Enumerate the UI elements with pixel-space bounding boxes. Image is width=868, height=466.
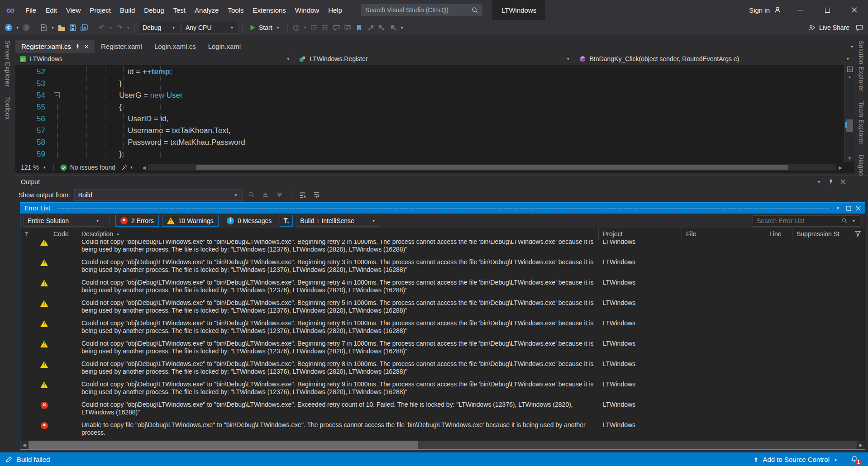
team-explorer-tab[interactable]: Team Explorer — [858, 101, 865, 144]
editor-vertical-scrollbar[interactable]: ▲ ▼ — [844, 65, 854, 162]
breakpoint-margin[interactable] — [15, 66, 22, 78]
title-drag-grip[interactable] — [58, 207, 829, 209]
code-cleanup-button[interactable] — [119, 162, 129, 173]
start-debugging-button[interactable]: Start ▾ — [246, 21, 284, 34]
vertical-scroll-thumb[interactable] — [846, 119, 853, 132]
type-dropdown[interactable]: LTWindows.Register ▾ — [295, 53, 575, 65]
messages-filter-toggle[interactable]: 0 Messages — [222, 215, 277, 227]
close-button[interactable] — [841, 0, 868, 20]
errors-filter-toggle[interactable]: 2 Errors — [115, 215, 159, 227]
live-share-button[interactable]: Live Share — [805, 24, 853, 31]
menu-build[interactable]: Build — [115, 0, 139, 20]
server-explorer-tab[interactable]: Server Explorer — [4, 40, 11, 87]
error-list-row[interactable]: Could not copy "obj\Debug\LTWindows.exe"… — [20, 317, 865, 338]
menu-debug[interactable]: Debug — [139, 0, 168, 20]
project-dropdown[interactable]: C# LTWindows ▾ — [15, 53, 295, 65]
menu-tools[interactable]: Tools — [223, 0, 248, 20]
save-all-button[interactable] — [79, 22, 89, 33]
split-window-handle[interactable] — [845, 65, 854, 73]
menu-edit[interactable]: Edit — [41, 0, 62, 20]
menu-view[interactable]: View — [62, 0, 85, 20]
breakpoint-margin[interactable] — [15, 101, 22, 113]
close-icon[interactable] — [840, 179, 845, 184]
uncomment-selection-button[interactable] — [343, 22, 353, 33]
file-column-header[interactable]: File — [682, 228, 765, 240]
menu-project[interactable]: Project — [85, 0, 115, 20]
unindent-button[interactable] — [320, 22, 330, 33]
breakpoint-margin[interactable] — [15, 160, 22, 162]
error-list-row[interactable]: Unable to copy file "obj\Debug\LTWindows… — [20, 419, 865, 439]
severity-column-header[interactable] — [20, 228, 49, 240]
horizontal-scroll-thumb[interactable] — [29, 441, 418, 449]
project-column-header[interactable]: Project — [599, 228, 682, 240]
breakpoint-margin[interactable] — [15, 78, 22, 90]
breakpoint-margin[interactable] — [15, 90, 22, 101]
start-options-caret[interactable]: ▾ — [276, 25, 281, 30]
undo-caret[interactable]: ▾ — [108, 25, 113, 30]
solution-configuration-dropdown[interactable]: Debug ▾ — [138, 22, 180, 33]
member-dropdown[interactable]: BtnDangKy_Click(object sender, RoutedEve… — [575, 53, 854, 65]
open-folder-button[interactable] — [57, 22, 67, 33]
collapse-region-button[interactable] — [54, 92, 60, 98]
breakpoint-margin[interactable] — [15, 137, 22, 148]
navigate-backward-button[interactable] — [4, 22, 14, 33]
error-list-row[interactable]: Could not copy "obj\Debug\LTWindows.exe"… — [20, 297, 865, 317]
document-health-indicator[interactable]: No issues found — [57, 164, 119, 171]
clear-all-output-button[interactable] — [298, 190, 308, 200]
add-to-source-control-button[interactable]: Add to Source Control ▴ — [753, 456, 838, 463]
suppression-column-header[interactable]: Suppression St — [792, 228, 865, 240]
error-list-search-input[interactable]: Search Error List ▾ — [753, 215, 860, 227]
filter-button[interactable] — [280, 215, 293, 227]
solution-explorer-tab[interactable]: Solution Explorer — [858, 40, 865, 91]
menu-analyze[interactable]: Analyze — [190, 0, 223, 20]
error-list-row[interactable]: Could not copy "obj\Debug\LTWindows.exe"… — [20, 378, 865, 399]
zoom-caret[interactable]: ▾ — [42, 165, 47, 170]
document-list-caret[interactable]: ▾ — [849, 44, 854, 49]
error-list-row[interactable]: Could not copy "obj\Debug\LTWindows.exe"… — [20, 399, 865, 419]
output-source-dropdown[interactable]: Build ▾ — [74, 189, 243, 201]
tab-login-xaml-cs[interactable]: Login.xaml.cs — [148, 40, 202, 53]
window-position-caret[interactable]: ▾ — [816, 180, 821, 184]
line-column-header[interactable]: Line — [765, 228, 792, 240]
error-list-row[interactable]: Could not copy "obj\Debug\LTWindows.exe"… — [20, 256, 865, 276]
pin-icon[interactable] — [828, 179, 834, 185]
goto-next-message-button[interactable] — [275, 190, 285, 200]
toolbar-overflow-caret[interactable]: ▾ — [400, 25, 405, 30]
tab-register-xaml-cs[interactable]: Register.xaml.cs — [15, 40, 95, 53]
toolbox-tab[interactable]: Toolbox — [4, 97, 11, 120]
quick-search-input[interactable]: Search Visual Studio (Ctrl+Q) — [361, 4, 482, 16]
scroll-left-arrow[interactable]: ◀ — [140, 165, 148, 170]
error-list-row[interactable]: Could not copy "obj\Debug\LTWindows.exe"… — [20, 276, 865, 297]
scroll-left-arrow[interactable]: ◀ — [20, 442, 29, 447]
output-panel-header[interactable]: Output ▾ — [15, 176, 868, 187]
horizontal-scroll-track[interactable] — [29, 441, 857, 449]
display-quick-info-button[interactable] — [291, 22, 301, 33]
tab-login-xaml[interactable]: Login.xaml — [202, 40, 248, 53]
code-cleanup-caret[interactable]: ▾ — [129, 165, 134, 170]
error-list-row[interactable]: Could not copy "obj\Debug\LTWindows.exe"… — [20, 358, 865, 378]
redo-button[interactable]: ↷ — [114, 22, 124, 33]
undo-button[interactable]: ↶ — [97, 22, 107, 33]
tab-register-xaml[interactable]: Register.xaml — [95, 40, 148, 53]
new-file-caret[interactable]: ▾ — [50, 25, 55, 30]
maximize-panel-button[interactable] — [846, 206, 851, 211]
error-list-title-bar[interactable]: Error List ▾ — [20, 203, 865, 214]
scroll-right-arrow[interactable]: ▶ — [857, 442, 865, 447]
sign-in-button[interactable]: Sign in — [744, 0, 787, 20]
text-editor-caret[interactable]: ▾ — [303, 25, 308, 30]
description-column-header[interactable]: Description ▲ — [77, 228, 599, 240]
error-list-row[interactable]: Could not copy "obj\Debug\LTWindows.exe"… — [20, 338, 865, 358]
error-list-row[interactable]: Could not copy "obj\Debug\LTWindows.exe"… — [20, 240, 865, 256]
breakpoint-margin[interactable] — [15, 148, 22, 160]
menu-window[interactable]: Window — [291, 0, 324, 20]
feedback-button[interactable] — [854, 22, 864, 33]
scroll-up-arrow[interactable]: ▲ — [845, 73, 854, 81]
scroll-down-arrow[interactable]: ▼ — [845, 155, 854, 162]
navigate-forward-button[interactable] — [21, 22, 31, 33]
error-scope-dropdown[interactable]: Entire Solution ▾ — [24, 215, 104, 227]
goto-previous-message-button[interactable] — [261, 190, 271, 200]
horizontal-scroll-thumb[interactable] — [196, 165, 788, 170]
column-filter-funnel-icon[interactable] — [855, 231, 861, 237]
new-file-button[interactable] — [39, 22, 49, 33]
clear-bookmarks-button[interactable] — [388, 22, 398, 33]
